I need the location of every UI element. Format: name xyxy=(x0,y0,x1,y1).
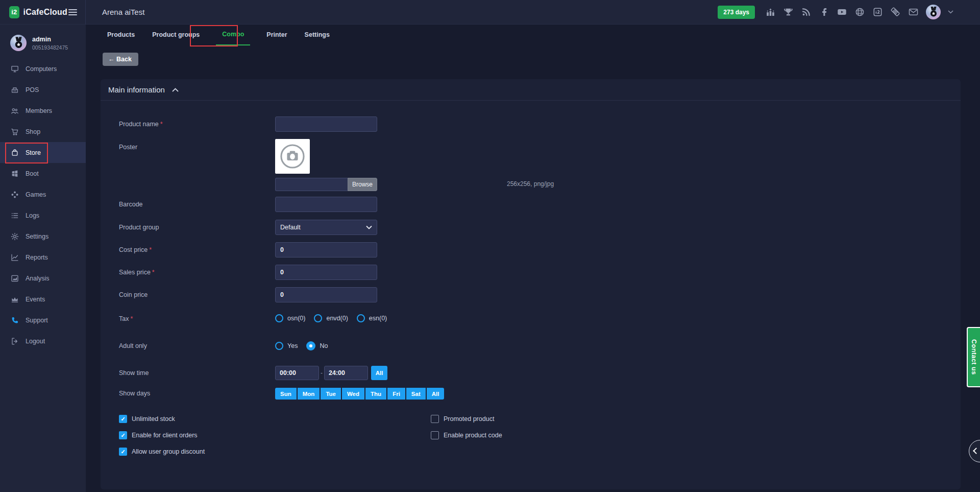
hamburger-menu-icon[interactable] xyxy=(67,6,78,19)
tax-radio-group: osn(0) envd(0) esn(0) xyxy=(275,314,387,322)
sidebar-nav: Computers POS Members Shop Store Boot Ga… xyxy=(0,58,86,352)
tab-settings[interactable]: Settings xyxy=(304,25,331,45)
rss-icon[interactable] xyxy=(801,7,812,17)
chevron-down-icon[interactable] xyxy=(948,10,953,14)
cost-price-label: Cost price* xyxy=(119,246,152,253)
sidebar-item-store[interactable]: Store xyxy=(0,142,86,163)
facebook-icon[interactable] xyxy=(819,7,829,17)
tab-combo[interactable]: Combo xyxy=(216,24,250,45)
product-name-input[interactable] xyxy=(275,116,377,132)
barcode-label: Barcode xyxy=(119,201,143,208)
product-group-select[interactable]: Default xyxy=(275,220,377,235)
checkbox-enable-product-code[interactable]: Enable product code xyxy=(431,431,502,439)
day-button-tue[interactable]: Tue xyxy=(321,388,341,400)
tab-product-groups[interactable]: Product groups xyxy=(151,25,201,45)
contact-us-button[interactable]: Contact us xyxy=(967,327,980,387)
poster-label: Poster xyxy=(119,144,137,151)
coin-price-label: Coin price xyxy=(119,291,148,298)
sidebar-avatar xyxy=(10,35,27,51)
day-button-sat[interactable]: Sat xyxy=(406,388,426,400)
poster-upload-box[interactable] xyxy=(275,139,310,174)
mail-icon[interactable] xyxy=(908,7,919,17)
back-button[interactable]: ← Back xyxy=(103,53,138,66)
adult-only-radio-group: Yes No xyxy=(275,341,328,350)
product-name-label: Product name* xyxy=(119,121,163,128)
area-chart-icon xyxy=(11,274,19,283)
sidebar-item-analysis[interactable]: Analysis xyxy=(0,268,86,289)
coin-price-input[interactable] xyxy=(275,287,377,302)
logo[interactable]: i2 iCafeCloud xyxy=(0,0,86,25)
main-information-panel: Main information Product name* Poster Br… xyxy=(101,79,961,489)
sidebar-user[interactable]: admin 005193482475 xyxy=(10,35,68,51)
show-time-label: Show time xyxy=(119,369,149,377)
show-time-from-input[interactable] xyxy=(275,366,319,380)
tax-option-esn[interactable]: esn(0) xyxy=(357,314,387,322)
sidebar-item-games[interactable]: Games xyxy=(0,184,86,205)
trophy-icon[interactable] xyxy=(783,7,794,17)
page-title: Arena aiTest xyxy=(102,8,144,16)
sidebar-item-support[interactable]: Support xyxy=(0,310,86,331)
monitor-icon xyxy=(11,65,19,73)
tab-products[interactable]: Products xyxy=(106,25,136,45)
day-button-sun[interactable]: Sun xyxy=(275,388,297,400)
show-time-to-input[interactable] xyxy=(324,366,368,380)
subscription-days-badge[interactable]: 273 days xyxy=(718,6,755,19)
sidebar-item-logs[interactable]: Logs xyxy=(0,205,86,226)
show-time-row: - All xyxy=(275,366,387,380)
logo-text: iCafeCloud xyxy=(23,8,67,17)
sidebar-item-logout[interactable]: Logout xyxy=(0,331,86,352)
panel-title: Main information xyxy=(108,85,165,94)
members-icon xyxy=(11,107,19,115)
file-path-field[interactable] xyxy=(275,178,348,191)
store-bag-icon xyxy=(11,149,19,157)
gamepad-icon xyxy=(11,191,19,199)
icafecloud-icon[interactable] xyxy=(872,7,883,17)
sidebar-item-settings[interactable]: Settings xyxy=(0,226,86,247)
checkbox-enable-client-orders[interactable]: ✓ Enable for client orders xyxy=(119,431,198,439)
user-name: admin xyxy=(32,36,68,43)
tax-option-envd[interactable]: envd(0) xyxy=(314,314,348,322)
poster-file-input[interactable]: Browse xyxy=(275,178,377,191)
crown-icon xyxy=(11,295,19,303)
themes-icon[interactable] xyxy=(890,7,901,17)
user-avatar[interactable] xyxy=(926,5,941,19)
day-button-fri[interactable]: Fri xyxy=(387,388,405,400)
product-group-label: Product group xyxy=(119,224,159,231)
show-days-row: Sun Mon Tue Wed Thu Fri Sat All xyxy=(275,388,444,400)
chevron-up-icon[interactable] xyxy=(172,88,179,92)
tab-printer[interactable]: Printer xyxy=(265,25,288,45)
checkbox-allow-user-group-discount[interactable]: ✓ Allow user group discount xyxy=(119,448,205,456)
day-button-mon[interactable]: Mon xyxy=(298,388,320,400)
checkbox-checked-icon: ✓ xyxy=(119,415,127,423)
checkbox-checked-icon: ✓ xyxy=(119,448,127,456)
cost-price-input[interactable] xyxy=(275,242,377,257)
icafecloud-logo-icon: i2 xyxy=(9,6,19,18)
browse-button[interactable]: Browse xyxy=(348,178,377,191)
sales-price-input[interactable] xyxy=(275,265,377,280)
tax-option-osn[interactable]: osn(0) xyxy=(275,314,305,322)
day-button-all[interactable]: All xyxy=(427,388,445,400)
sidebar: admin 005193482475 Computers POS Members… xyxy=(0,25,86,492)
sidebar-item-computers[interactable]: Computers xyxy=(0,58,86,79)
sidebar-item-shop[interactable]: Shop xyxy=(0,121,86,142)
sidebar-item-boot[interactable]: Boot xyxy=(0,163,86,184)
camera-icon xyxy=(277,141,308,172)
adult-only-yes[interactable]: Yes xyxy=(275,342,298,350)
sidebar-item-members[interactable]: Members xyxy=(0,100,86,121)
checkbox-unlimited-stock[interactable]: ✓ Unlimited stock xyxy=(119,415,175,423)
sidebar-item-pos[interactable]: POS xyxy=(0,79,86,100)
day-button-thu[interactable]: Thu xyxy=(365,388,386,400)
sidebar-item-events[interactable]: Events xyxy=(0,289,86,310)
day-button-wed[interactable]: Wed xyxy=(342,388,364,400)
show-time-all-button[interactable]: All xyxy=(371,366,387,380)
globe-icon[interactable] xyxy=(854,7,865,17)
tax-label: Tax* xyxy=(119,315,133,322)
youtube-icon[interactable] xyxy=(837,7,847,17)
sidebar-item-reports[interactable]: Reports xyxy=(0,247,86,268)
panel-header[interactable]: Main information xyxy=(108,79,179,100)
ranking-icon[interactable] xyxy=(765,7,776,17)
checkbox-promoted-product[interactable]: Promoted product xyxy=(431,415,494,423)
adult-only-no[interactable]: No xyxy=(306,341,328,350)
barcode-input[interactable] xyxy=(275,197,377,212)
list-icon xyxy=(11,212,19,220)
